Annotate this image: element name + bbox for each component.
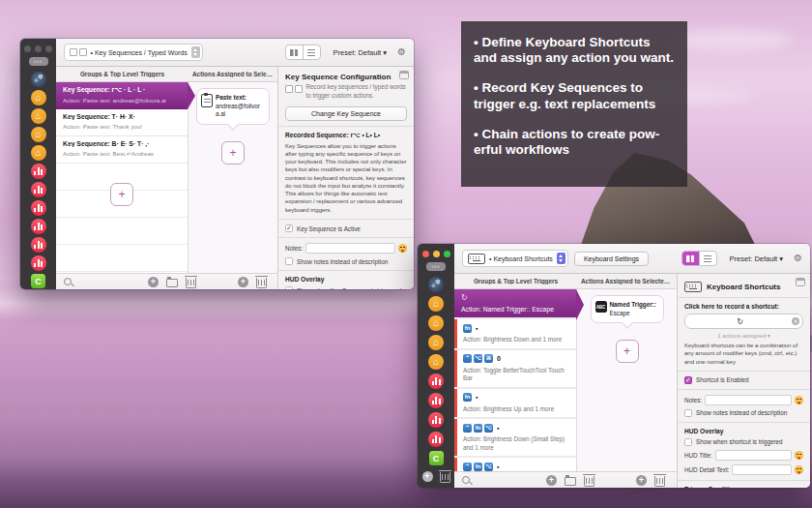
notes-input[interactable] [305,243,395,254]
chart-icon[interactable] [428,393,444,408]
new-folder-icon[interactable] [565,477,576,486]
appc-icon[interactable]: C [31,274,45,288]
callout-bullet: • Record Key Sequences to trigger e.g. t… [474,80,675,111]
trigger-row[interactable]: ⌃fn⌥▪Action: Brightness Down (Small Step… [454,419,576,458]
trigger-row[interactable]: fn▪Action: Brightness Up and 1 more [454,389,576,420]
zoom-button[interactable] [45,45,52,52]
show-notes-checkbox[interactable] [684,409,692,417]
home-icon[interactable]: ⌂ [428,315,444,331]
trigger-row[interactable]: fn▪Action: Brightness Down and 1 more [454,319,576,350]
add-trigger-button[interactable]: + [546,475,557,486]
trigger-title: Key Sequence: T· H· X· [63,113,183,120]
appc-icon[interactable]: C [429,451,444,465]
list-view-button[interactable] [303,45,320,59]
home-icon[interactable]: ⌂ [428,335,444,350]
triggers-column-header: Groups & Top Level Triggers [454,278,577,284]
stepper-icon[interactable] [557,253,566,264]
clear-shortcut-icon[interactable]: ✕ [792,317,799,325]
list-view-button[interactable] [699,252,716,265]
hud-detail-input[interactable] [732,464,792,475]
recorded-shortcut-value: ↻ [688,317,792,326]
triggers-column-header: Groups & Top Level Triggers [56,71,188,77]
enabled-checkbox[interactable] [684,376,692,384]
minimize-button[interactable] [433,251,440,257]
window-proxy-icon[interactable] [796,278,805,286]
chart-icon[interactable] [428,432,444,447]
home-icon[interactable]: ⌂ [31,127,46,142]
add-trigger-button[interactable]: + [110,183,133,206]
add-action-button[interactable]: + [616,340,639,363]
expand-button[interactable]: ››› [29,57,48,66]
actions-list: ABC Named Trigger:: Escape + [577,289,677,471]
minimize-button[interactable] [35,45,42,52]
delete-trigger-button[interactable] [584,476,594,487]
columns-view-button[interactable] [286,45,303,59]
keyboard-settings-button[interactable]: Keyboard Settings [574,252,649,266]
hud-title-input[interactable] [715,450,792,461]
sidebar-actions: + [422,470,450,483]
emoji-picker-icon[interactable] [398,244,407,253]
chart-icon[interactable] [31,219,46,234]
chart-icon[interactable] [31,255,46,271]
trigger-row[interactable]: ↻Action: Named Trigger:: Escape [454,289,576,319]
close-button[interactable] [24,45,31,52]
trigger-row[interactable]: ⌃⌥⌘0Action: Toggle BetterTouchTool Touch… [454,350,576,389]
delete-group-button[interactable] [440,472,450,483]
delete-action-button[interactable] [654,476,665,487]
search-icon[interactable] [64,278,72,285]
emoji-picker-icon[interactable] [795,451,803,460]
add-trigger-button[interactable]: + [148,277,159,287]
trigger-type-dropdown[interactable]: • Key Sequences / Typed Words [64,44,203,61]
hud-show-checkbox[interactable] [285,286,293,289]
delete-action-button[interactable] [256,278,267,288]
active-checkbox[interactable] [285,224,293,232]
trigger-row[interactable]: Key Sequence: B· E· S· T· ,·Action: Past… [56,136,188,164]
home-icon[interactable]: ⌂ [31,108,46,124]
notes-input[interactable] [705,395,792,405]
home-icon[interactable]: ⌂ [31,90,46,105]
chart-icon[interactable] [31,237,46,253]
description-text: Key Sequences allow you to trigger actio… [285,142,407,214]
close-button[interactable] [422,251,429,257]
search-icon[interactable] [462,476,470,484]
panel-title: Keyboard Shortcuts [707,283,780,291]
zoom-button[interactable] [444,251,450,257]
emoji-picker-icon[interactable] [795,396,803,404]
add-action-button[interactable]: + [221,141,245,164]
trigger-type-dropdown[interactable]: • Keyboard Shortcuts [462,250,568,267]
columns-view-button[interactable] [682,252,699,265]
globe-icon[interactable] [428,277,444,292]
new-folder-icon[interactable] [166,279,178,287]
window-controls[interactable] [24,45,52,52]
chart-icon[interactable] [428,412,444,428]
show-notes-checkbox[interactable] [285,257,293,265]
chart-icon[interactable] [428,374,444,389]
modifier-key-icon: ⌃ [463,354,472,363]
shortcut-recorder-field[interactable]: ↻ ✕ [684,314,803,329]
add-group-button[interactable]: + [422,471,433,482]
trigger-row[interactable]: Key Sequence: r⌥ · L · L ·Action: Paste … [56,82,188,109]
change-key-sequence-button[interactable]: Change Key Sequence [285,106,407,121]
window-proxy-icon[interactable] [399,71,409,79]
chart-icon[interactable] [31,182,46,197]
add-action-button[interactable]: + [636,475,647,486]
stepper-icon[interactable] [191,46,200,58]
preset-selector[interactable]: Preset: Default ▾ [730,254,783,263]
expand-button[interactable]: ››› [426,262,446,271]
globe-icon[interactable] [31,72,46,87]
home-icon[interactable]: ⌂ [31,145,46,161]
home-icon[interactable]: ⌂ [428,354,444,370]
emoji-picker-icon[interactable] [795,465,803,474]
chart-icon[interactable] [31,164,46,179]
home-icon[interactable]: ⌂ [428,296,444,312]
delete-trigger-button[interactable] [186,278,196,288]
settings-gear-icon[interactable]: ⚙ [397,47,406,57]
window-controls[interactable] [422,251,450,257]
trigger-row[interactable]: Key Sequence: T· H· X·Action: Paste text… [56,109,188,136]
add-action-button[interactable]: + [238,277,248,287]
settings-gear-icon[interactable]: ⚙ [794,254,802,263]
chart-icon[interactable] [31,200,46,216]
hud-show-checkbox[interactable] [684,438,692,446]
preset-selector[interactable]: Preset: Default ▾ [334,48,387,57]
actions-assigned-label[interactable]: 1 actions assigned ▾ [684,332,803,339]
